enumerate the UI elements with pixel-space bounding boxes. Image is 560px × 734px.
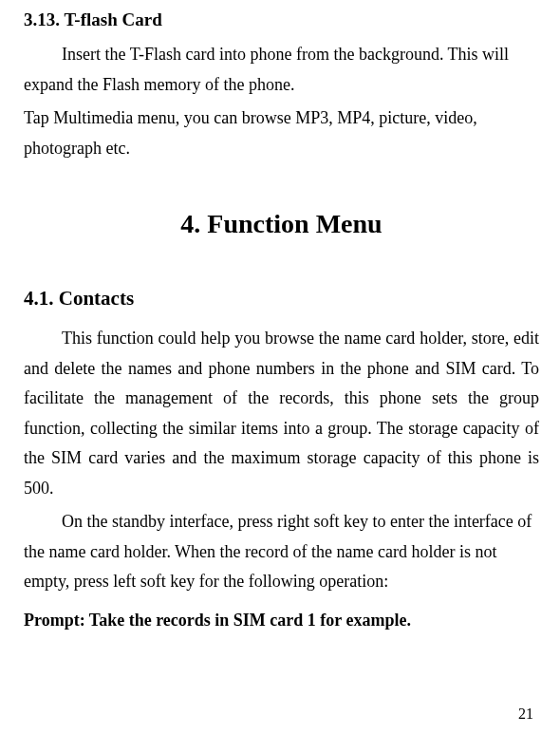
- chapter-heading-4: 4. Function Menu: [24, 209, 539, 239]
- section-heading-313: 3.13. T-flash Card: [24, 9, 539, 30]
- prompt-text: Prompt: Take the records in SIM card 1 f…: [24, 611, 539, 630]
- section-41-para1: This function could help you browse the …: [24, 324, 539, 503]
- subsection-heading-41: 4.1. Contacts: [24, 287, 539, 311]
- section-41-para2: On the standby interface, press right so…: [24, 507, 539, 597]
- section-313-para2: Tap Multimedia menu, you can browse MP3,…: [24, 104, 539, 163]
- page-number: 21: [518, 706, 533, 723]
- section-313-para1: Insert the T-Flash card into phone from …: [24, 40, 539, 100]
